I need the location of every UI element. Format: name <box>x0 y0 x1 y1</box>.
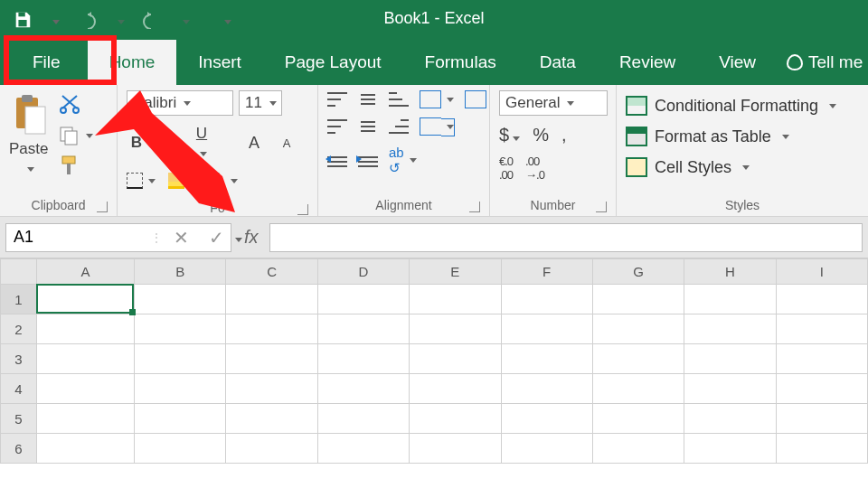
increase-font-button[interactable]: A <box>244 134 264 153</box>
cell[interactable] <box>317 314 409 344</box>
row-header[interactable]: 6 <box>1 434 37 464</box>
cell[interactable] <box>317 434 409 464</box>
increase-decimal-button[interactable]: €.0.00 <box>499 155 513 182</box>
cell[interactable] <box>37 285 135 314</box>
cell[interactable] <box>684 285 776 314</box>
select-all-corner[interactable] <box>1 259 37 285</box>
tab-review[interactable]: Review <box>598 40 697 85</box>
align-center-button[interactable] <box>358 119 378 134</box>
cell[interactable] <box>37 344 135 374</box>
cell[interactable] <box>135 404 226 434</box>
column-header[interactable]: B <box>135 259 226 285</box>
cell[interactable] <box>317 374 409 404</box>
bold-button[interactable]: B <box>127 134 146 152</box>
cell[interactable] <box>410 434 501 464</box>
fill-color-button[interactable] <box>168 173 197 189</box>
column-header[interactable]: H <box>684 259 776 285</box>
row-header[interactable]: 1 <box>1 285 37 314</box>
cell[interactable] <box>37 314 135 344</box>
cell[interactable] <box>501 404 592 434</box>
alignment-dialog-launcher[interactable] <box>469 202 480 212</box>
undo-dropdown[interactable] <box>114 13 125 27</box>
row-header[interactable]: 4 <box>1 374 37 404</box>
qat-customize-dropdown[interactable] <box>49 13 60 27</box>
cell[interactable] <box>776 404 867 434</box>
tab-data[interactable]: Data <box>518 40 598 85</box>
font-color-button[interactable]: A <box>210 170 238 192</box>
tab-insert[interactable]: Insert <box>176 40 263 85</box>
cell[interactable] <box>317 404 409 434</box>
cell[interactable] <box>410 404 501 434</box>
cell[interactable] <box>317 285 409 314</box>
cell[interactable] <box>592 374 684 404</box>
column-header[interactable]: A <box>37 259 135 285</box>
column-header[interactable]: G <box>592 259 684 285</box>
decrease-decimal-button[interactable]: .00→.0 <box>525 155 544 182</box>
cell[interactable] <box>410 344 501 374</box>
cell[interactable] <box>592 404 684 434</box>
cell[interactable] <box>501 314 592 344</box>
worksheet-grid[interactable]: A B C D E F G H I 123456 <box>0 258 868 464</box>
cell[interactable] <box>501 434 592 464</box>
cell[interactable] <box>226 434 317 464</box>
align-bottom-button[interactable] <box>389 92 409 107</box>
clipboard-dialog-launcher[interactable] <box>97 202 108 212</box>
tab-file[interactable]: File <box>5 40 88 85</box>
copy-icon[interactable] <box>59 126 93 145</box>
percent-format-button[interactable]: % <box>533 125 549 145</box>
align-left-button[interactable] <box>327 119 347 134</box>
row-header[interactable]: 2 <box>1 314 37 344</box>
cell[interactable] <box>135 314 226 344</box>
merge-center-button[interactable] <box>420 117 454 136</box>
cancel-formula-button[interactable]: ✕ <box>174 227 189 249</box>
format-as-table-button[interactable]: Format as Table <box>626 127 789 146</box>
paste-label[interactable]: Paste <box>9 140 48 158</box>
qat-more-dropdown[interactable] <box>221 13 231 27</box>
cell[interactable] <box>135 285 226 314</box>
paste-dropdown[interactable] <box>24 160 34 174</box>
row-header[interactable]: 5 <box>1 404 37 434</box>
cell[interactable] <box>135 434 226 464</box>
cell[interactable] <box>684 404 776 434</box>
name-box[interactable] <box>5 223 139 252</box>
redo-icon[interactable] <box>141 11 163 29</box>
tab-page-layout[interactable]: Page Layout <box>263 40 403 85</box>
align-middle-button[interactable] <box>358 92 378 107</box>
font-size-combo[interactable]: 11 <box>239 90 282 116</box>
cell[interactable] <box>226 404 317 434</box>
cell[interactable] <box>135 374 226 404</box>
align-top-button[interactable] <box>327 92 347 107</box>
align-right-button[interactable] <box>389 119 409 134</box>
cell[interactable] <box>592 434 684 464</box>
column-header[interactable]: F <box>501 259 592 285</box>
cell[interactable] <box>776 374 867 404</box>
cell[interactable] <box>776 314 867 344</box>
font-name-combo[interactable]: Calibri <box>127 90 233 116</box>
cell[interactable] <box>410 374 501 404</box>
comma-format-button[interactable]: , <box>561 125 567 145</box>
increase-indent-button[interactable] <box>358 154 378 168</box>
cell[interactable] <box>226 374 317 404</box>
cut-icon[interactable] <box>59 94 93 117</box>
insert-function-button[interactable]: fx <box>244 227 259 248</box>
format-painter-icon[interactable] <box>59 155 93 179</box>
cell[interactable] <box>226 285 317 314</box>
column-header[interactable]: D <box>317 259 409 285</box>
cell[interactable] <box>684 374 776 404</box>
column-header[interactable]: E <box>410 259 501 285</box>
row-header[interactable]: 3 <box>1 344 37 374</box>
cell[interactable] <box>317 344 409 374</box>
cell[interactable] <box>684 434 776 464</box>
cell[interactable] <box>135 344 226 374</box>
cell[interactable] <box>226 314 317 344</box>
cell[interactable] <box>501 374 592 404</box>
orientation-button[interactable] <box>420 90 454 108</box>
cell[interactable] <box>592 314 684 344</box>
tab-home[interactable]: Home <box>88 40 177 85</box>
borders-button[interactable] <box>127 173 156 189</box>
cell[interactable] <box>684 314 776 344</box>
cell[interactable] <box>410 314 501 344</box>
cell[interactable] <box>501 344 592 374</box>
conditional-formatting-button[interactable]: Conditional Formatting <box>626 96 836 116</box>
font-dialog-launcher[interactable] <box>297 204 308 215</box>
